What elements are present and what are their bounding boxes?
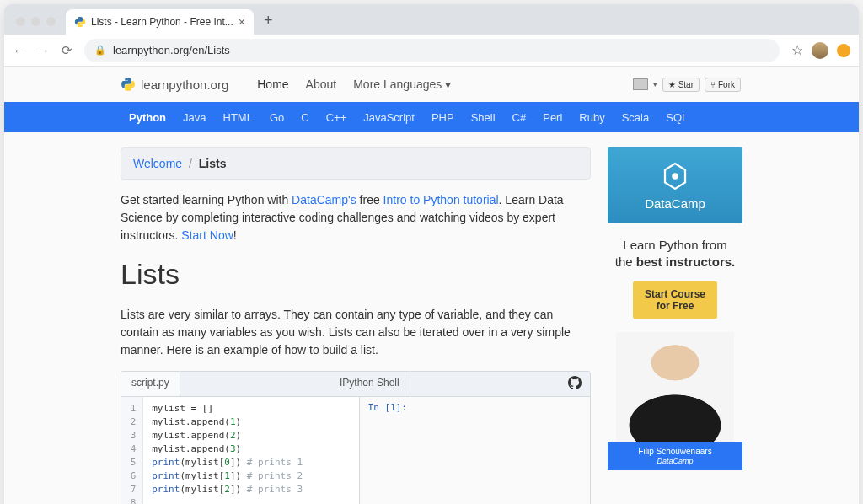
svg-point-0 [672, 173, 678, 180]
back-icon[interactable]: ← [13, 43, 25, 57]
window-controls [11, 17, 66, 35]
breadcrumb-current: Lists [199, 157, 227, 170]
nav-about[interactable]: About [297, 78, 346, 91]
close-tab-icon[interactable]: × [239, 15, 245, 29]
tab-script[interactable]: script.py [121, 372, 180, 396]
link-intro-tutorial[interactable]: Intro to Python tutorial [383, 193, 499, 206]
code-content: mylist = [] mylist.append(1) mylist.appe… [143, 397, 311, 504]
instructor-label: Filip Schouwenaars DataCamp [608, 442, 742, 470]
content-area: Welcome / Lists Get started learning Pyt… [4, 132, 859, 504]
lang-sql[interactable]: SQL [657, 111, 696, 124]
page-title: Lists [121, 258, 591, 291]
code-tabs: script.py IPython Shell [121, 372, 590, 397]
lang-shell[interactable]: Shell [463, 111, 504, 124]
minimize-window-icon[interactable] [31, 17, 40, 26]
datacamp-logo-icon [662, 161, 689, 191]
breadcrumb-home[interactable]: Welcome [133, 157, 182, 170]
instructor-name: Filip Schouwenaars [611, 447, 739, 456]
breadcrumb-sep: / [189, 157, 192, 170]
page-content: learnpython.org Home About More Language… [4, 67, 859, 504]
github-icon[interactable] [560, 372, 590, 396]
header-right: ▾ ★ Star ⑂ Fork [633, 78, 741, 92]
instructor-photo [616, 332, 734, 442]
lock-icon: 🔒 [94, 45, 106, 56]
browser-window: Lists - Learn Python - Free Int... × + ←… [4, 4, 859, 504]
sidebar-ad: DataCamp Learn Python from the best inst… [608, 147, 742, 504]
forward-icon[interactable]: → [37, 43, 50, 57]
tab-title: Lists - Learn Python - Free Int... [91, 16, 233, 28]
profile-avatar-icon[interactable] [812, 42, 828, 59]
link-datacamp[interactable]: DataCamp's [292, 193, 356, 206]
lang-php[interactable]: PHP [423, 111, 463, 124]
code-editor[interactable]: 1 2 3 4 5 6 7 8 9 10 11 mylist = [] myli… [121, 397, 359, 504]
instructor-card[interactable]: Filip Schouwenaars DataCamp [608, 332, 742, 470]
code-widget: script.py IPython Shell 1 2 3 4 5 6 7 8 … [121, 371, 591, 504]
tab-bar: Lists - Learn Python - Free Int... × + [4, 4, 859, 35]
nav-languages[interactable]: More Languages ▾ [345, 78, 459, 91]
lang-java[interactable]: Java [174, 111, 214, 124]
description: Lists are very similar to arrays. They c… [121, 306, 591, 359]
maximize-window-icon[interactable] [46, 17, 56, 26]
chevron-down-icon: ▾ [445, 78, 451, 91]
lang-csharp[interactable]: C# [504, 111, 535, 124]
nav-home[interactable]: Home [249, 78, 297, 91]
breadcrumb: Welcome / Lists [121, 147, 591, 180]
instructor-org: DataCamp [657, 457, 693, 465]
shell-prompt: In [1]: [368, 402, 407, 413]
lang-go[interactable]: Go [261, 111, 292, 124]
lang-html[interactable]: HTML [215, 111, 261, 124]
url-input[interactable]: 🔒 learnpython.org/en/Lists [84, 39, 780, 62]
address-bar: ← → ⟳ 🔒 learnpython.org/en/Lists ☆ [4, 35, 859, 67]
ipython-shell[interactable]: In [1]: [359, 397, 590, 504]
toolbar-right: ☆ [791, 42, 850, 59]
start-course-button[interactable]: Start Coursefor Free [633, 281, 717, 319]
flag-chevron-icon[interactable]: ▾ [653, 80, 657, 88]
code-body: 1 2 3 4 5 6 7 8 9 10 11 mylist = [] myli… [121, 397, 590, 504]
lang-scala[interactable]: Scala [614, 111, 658, 124]
url-text: learnpython.org/en/Lists [113, 44, 230, 56]
link-start-now[interactable]: Start Now [181, 228, 233, 242]
reload-icon[interactable]: ⟳ [62, 43, 72, 58]
language-flag-icon[interactable] [633, 78, 648, 90]
ad-headline: Learn Python from the best instructors. [614, 237, 736, 270]
language-bar: Python Java HTML Go C C++ JavaScript PHP… [4, 102, 859, 132]
tab-shell[interactable]: IPython Shell [330, 372, 410, 396]
extension-icon[interactable] [837, 44, 850, 57]
lang-cpp[interactable]: C++ [318, 111, 356, 124]
github-star-button[interactable]: ★ Star [662, 78, 700, 92]
bookmark-star-icon[interactable]: ☆ [791, 42, 803, 58]
datacamp-brand: DataCamp [645, 196, 705, 211]
datacamp-banner[interactable]: DataCamp [608, 147, 742, 223]
python-favicon-icon [74, 16, 86, 28]
site-logo[interactable]: learnpython.org [121, 77, 228, 92]
lang-c[interactable]: C [292, 111, 317, 124]
main-column: Welcome / Lists Get started learning Pyt… [121, 147, 591, 504]
lang-perl[interactable]: Perl [534, 111, 571, 124]
site-header: learnpython.org Home About More Language… [4, 67, 859, 102]
python-logo-icon [121, 77, 136, 92]
line-gutter: 1 2 3 4 5 6 7 8 9 10 11 [121, 397, 143, 504]
close-window-icon[interactable] [16, 17, 25, 26]
new-tab-button[interactable]: + [254, 12, 283, 35]
brand-text: learnpython.org [141, 78, 228, 92]
browser-tab[interactable]: Lists - Learn Python - Free Int... × [66, 9, 254, 35]
lang-ruby[interactable]: Ruby [571, 111, 613, 124]
lang-javascript[interactable]: JavaScript [355, 111, 423, 124]
intro-paragraph: Get started learning Python with DataCam… [121, 191, 591, 244]
github-fork-button[interactable]: ⑂ Fork [705, 78, 741, 92]
lang-python[interactable]: Python [121, 111, 174, 124]
